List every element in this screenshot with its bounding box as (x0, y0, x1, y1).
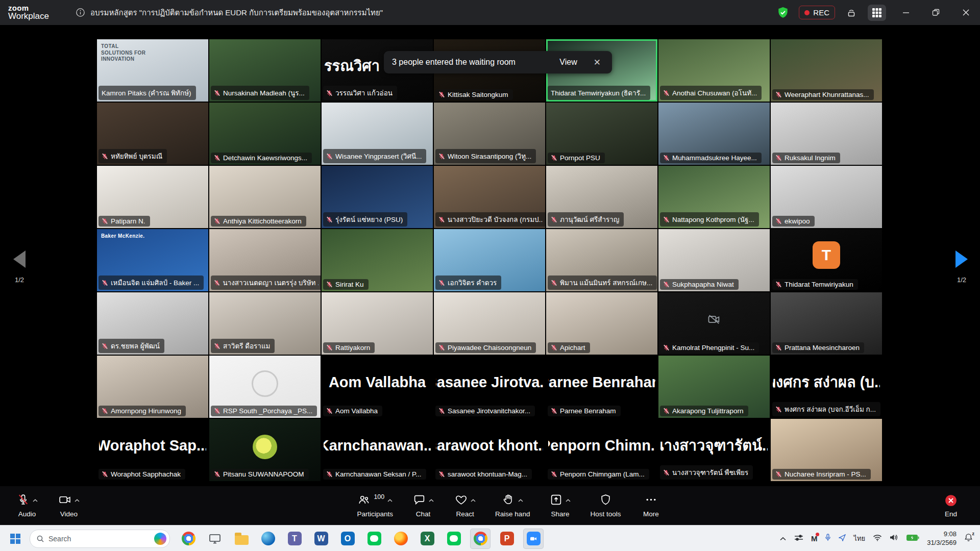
wifi-icon[interactable] (873, 534, 882, 543)
notification-bell-icon[interactable]: z (964, 533, 973, 544)
participant-tile[interactable]: สาวิตรี ดือราแม (209, 292, 321, 355)
participant-tile[interactable]: Baker McKenzie.เหมือนจิต แจ่มศิลป์ - Bak… (97, 229, 208, 291)
next-page-arrow-icon[interactable] (955, 251, 968, 268)
previous-page-control[interactable]: 1/2 (8, 251, 31, 284)
line-2-icon[interactable] (444, 529, 464, 549)
excel-icon[interactable]: X (417, 529, 437, 549)
chat-button[interactable]: Chat (411, 493, 435, 518)
participant-tile[interactable]: Prattana Meesincharoen (771, 292, 882, 355)
participant-tile[interactable]: Sirirat Ku (322, 229, 433, 291)
chevron-up-icon[interactable] (387, 499, 393, 502)
participant-tile[interactable]: Patiparn N. (97, 166, 208, 228)
location-arrow-icon[interactable] (839, 534, 846, 543)
participant-tile[interactable]: หทัยทิพย์ บุตรมณี (97, 103, 208, 165)
outlook-icon[interactable]: O (337, 529, 358, 549)
battery-icon[interactable] (906, 534, 919, 543)
host-tools-button[interactable]: Host tools (590, 493, 621, 518)
word-icon[interactable]: W (311, 529, 331, 549)
participant-tile[interactable]: ดร.ชยพล ผู้พัฒน์ (97, 292, 208, 355)
participant-tile[interactable]: Anothai Chusuwan (อโนทั... (658, 39, 770, 102)
participant-tile[interactable]: Muhammadsukree Hayee... (658, 103, 770, 165)
participant-tile[interactable]: Nucharee Insripram - PS... (771, 419, 882, 481)
participant-tile[interactable]: Akarapong Tuljittraporn (658, 356, 770, 418)
audio-button[interactable]: Audio (15, 493, 39, 518)
participant-tile[interactable]: นางสาวเนตดญา เนตรรุ่ง บริษัท ... (209, 229, 321, 291)
participant-tile[interactable]: Rattiyakorn (322, 292, 433, 355)
encryption-shield-icon[interactable] (777, 7, 789, 19)
video-icon[interactable] (58, 493, 71, 508)
microphone-tray-icon[interactable] (825, 534, 831, 543)
participant-tile[interactable]: Detchawin Kaewsriwongs... (209, 103, 321, 165)
participant-tile[interactable]: Woraphot Sap...Woraphot Sapphachak (97, 419, 208, 481)
participant-tile[interactable]: TThidarat Temwiriyakun (771, 229, 882, 291)
chevron-up-icon[interactable] (518, 499, 523, 502)
react-button[interactable]: React (453, 493, 477, 518)
participant-tile[interactable]: Pitsanu SUWANNAPOOM (209, 419, 321, 481)
end-button[interactable]: End (939, 493, 963, 518)
share-button[interactable]: Share (548, 493, 572, 518)
edge-icon[interactable] (258, 529, 278, 549)
host-tools-icon[interactable] (599, 493, 612, 508)
cast-to-device-icon[interactable] (845, 7, 857, 19)
participant-tile[interactable]: Weeraphart Khunrattanas... (771, 39, 882, 102)
participant-tile[interactable]: เอกวิจิตร คำดวร (434, 229, 545, 291)
participant-tile[interactable]: Sasanee Jirotva...Sasanee Jirotvanitchak… (434, 356, 545, 418)
participant-tile[interactable]: รุ่งรัตน์ แซ่หยาง (PSU) (322, 166, 433, 228)
participant-tile[interactable]: Parnee BenrahamParnee Benraham (546, 356, 657, 418)
teams-icon[interactable]: T (284, 529, 305, 549)
chrome-2-icon[interactable] (470, 529, 491, 549)
recording-indicator[interactable]: REC (799, 6, 835, 19)
participant-tile[interactable]: Apichart (546, 292, 657, 355)
participant-tile[interactable]: Sukphapapha Niwat (658, 229, 770, 291)
app-notification-icon[interactable]: M (811, 534, 818, 543)
raise-hand-button[interactable]: Raise hand (495, 493, 530, 518)
participant-tile[interactable]: Amornpong Hirunwong (97, 356, 208, 418)
participant-tile[interactable]: นางสาวปิยะวดี บัวจงกล (กรมป... (434, 166, 545, 228)
participant-tile[interactable]: Nursakinah Madleah (นูร... (209, 39, 321, 102)
more-button[interactable]: More (639, 493, 663, 518)
more-icon[interactable] (645, 493, 657, 508)
participants-icon[interactable] (357, 493, 371, 508)
participant-tile[interactable]: ekwipoo (771, 166, 882, 228)
participant-tile[interactable]: Anthiya Kittichotteerakorn (209, 166, 321, 228)
chevron-up-icon[interactable] (471, 499, 476, 502)
video-button[interactable]: Video (57, 493, 81, 518)
next-page-control[interactable]: 1/2 (950, 251, 973, 284)
language-indicator[interactable]: ไทย (853, 533, 865, 544)
volume-icon[interactable] (890, 534, 898, 543)
participant-tile[interactable]: Ruksakul Ingnim (771, 103, 882, 165)
chevron-up-icon[interactable] (33, 499, 38, 502)
participants-button[interactable]: 100Participants (357, 493, 394, 518)
participant-tile[interactable]: RSP South _Porchaya _PS... (209, 356, 321, 418)
participant-tile[interactable]: Penporn Chimn...Penporn Chimngam (Lam... (546, 419, 657, 481)
participant-tile[interactable]: Karnchanawan...Karnchanawan Seksan / P..… (322, 419, 433, 481)
chevron-up-icon[interactable] (75, 499, 80, 502)
participant-tile[interactable]: พงศกร สง่าผล (บ...พงศกร สง่าผล (บจก.อีวี… (771, 356, 882, 418)
participant-tile[interactable]: Kamolrat Phengpinit - Su... (658, 292, 770, 355)
minimize-button[interactable] (896, 6, 916, 19)
file-explorer-icon[interactable] (231, 529, 252, 549)
raise-hand-icon[interactable] (502, 493, 515, 508)
participant-tile[interactable]: ภานุวัฒน์ ศรีสำราญ (546, 166, 657, 228)
participant-tile[interactable]: Aom VallabhaAom Vallabha (322, 356, 433, 418)
search-input[interactable]: Search (30, 530, 170, 548)
meeting-info-icon[interactable] (76, 8, 85, 17)
powerpoint-icon[interactable]: P (497, 529, 517, 549)
taskbar-clock[interactable]: 9:08 31/3/2569 (927, 530, 957, 547)
chrome-icon[interactable] (178, 529, 199, 549)
zoom-icon[interactable] (523, 529, 544, 549)
participant-tile[interactable]: Wisanee Yingprasert (วิศนี... (322, 103, 433, 165)
share-icon[interactable] (550, 493, 562, 508)
gallery-view-icon[interactable] (868, 5, 886, 21)
chat-icon[interactable] (413, 493, 426, 508)
line-icon[interactable] (364, 529, 384, 549)
firefox-icon[interactable] (390, 529, 411, 549)
participant-tile[interactable]: นางสาวจุฑารัตน์...นางสาวจุฑารัตน์ พืชเพี… (658, 419, 770, 481)
search-highlights-icon[interactable] (154, 533, 166, 545)
react-icon[interactable] (455, 493, 468, 508)
view-waiting-room-button[interactable]: View (555, 56, 581, 69)
participant-tile[interactable]: Piyawadee Chaisoongneun (434, 292, 545, 355)
participant-tile[interactable]: Witoon Sirasantipong (วิทู... (434, 103, 545, 165)
screen-mirror-icon[interactable] (205, 529, 225, 549)
audio-icon[interactable] (17, 493, 30, 508)
